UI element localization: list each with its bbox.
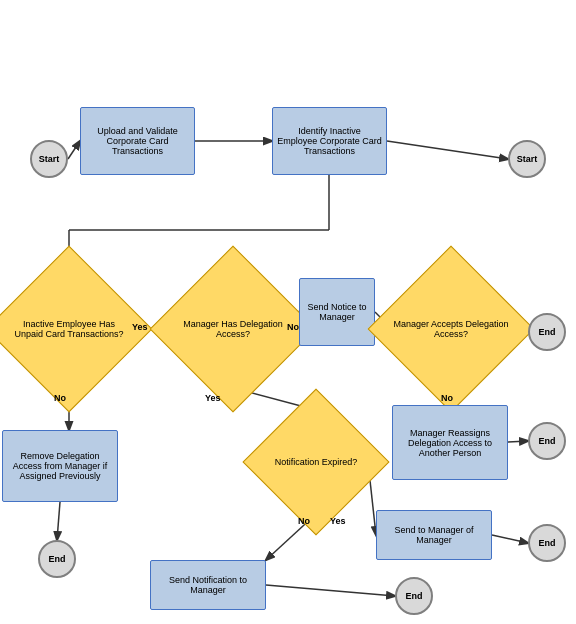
- label-yes1: Yes: [132, 322, 148, 332]
- upload-label: Upload and Validate Corporate Card Trans…: [85, 126, 190, 156]
- end5-label: End: [406, 591, 423, 601]
- notification-expired-label: Notification Expired?: [275, 457, 358, 467]
- send-manager-manager-node: Send to Manager of Manager: [376, 510, 492, 560]
- label-no1: No: [54, 393, 66, 403]
- upload-node: Upload and Validate Corporate Card Trans…: [80, 107, 195, 175]
- send-manager-manager-label: Send to Manager of Manager: [381, 525, 487, 545]
- send-notice-node: Send Notice to Manager: [299, 278, 375, 346]
- remove-label: Remove Delegation Access from Manager if…: [7, 451, 113, 481]
- delegation-label: Manager Has Delegation Access?: [175, 319, 291, 339]
- manager-accepts-label: Manager Accepts Delegation Access?: [393, 319, 509, 339]
- svg-line-12: [508, 441, 528, 442]
- svg-line-18: [57, 502, 60, 540]
- inactive-node: Inactive Employee Has Unpaid Card Transa…: [0, 246, 152, 413]
- end4-label: End: [539, 538, 556, 548]
- start1-node: Start: [30, 140, 68, 178]
- end2-label: End: [539, 436, 556, 446]
- label-no4: No: [298, 516, 310, 526]
- end2-node: End: [528, 422, 566, 460]
- end1-label: End: [539, 327, 556, 337]
- svg-line-0: [68, 141, 80, 159]
- end5-node: End: [395, 577, 433, 615]
- notification-expired-text: Notification Expired?: [265, 411, 367, 513]
- send-notification-label: Send Notification to Manager: [155, 575, 261, 595]
- manager-reassigns-label: Manager Reassigns Delegation Access to A…: [397, 428, 503, 458]
- delegation-text: Manager Has Delegation Access?: [175, 271, 291, 387]
- inactive-label: Inactive Employee Has Unpaid Card Transa…: [11, 319, 127, 339]
- label-no3: No: [441, 393, 453, 403]
- manager-accepts-node: Manager Accepts Delegation Access?: [368, 246, 535, 413]
- end4-node: End: [528, 524, 566, 562]
- start2-label: Start: [517, 154, 538, 164]
- label-yes3: Yes: [330, 516, 346, 526]
- label-yes2: Yes: [205, 393, 221, 403]
- identify-node: Identify Inactive Employee Corporate Car…: [272, 107, 387, 175]
- remove-node: Remove Delegation Access from Manager if…: [2, 430, 118, 502]
- identify-label: Identify Inactive Employee Corporate Car…: [277, 126, 382, 156]
- start1-label: Start: [39, 154, 60, 164]
- inactive-text: Inactive Employee Has Unpaid Card Transa…: [11, 271, 127, 387]
- start2-node: Start: [508, 140, 546, 178]
- manager-reassigns-node: Manager Reassigns Delegation Access to A…: [392, 405, 508, 480]
- notification-expired-node: Notification Expired?: [242, 388, 389, 535]
- end3-node: End: [38, 540, 76, 578]
- manager-accepts-text: Manager Accepts Delegation Access?: [393, 271, 509, 387]
- send-notification-node: Send Notification to Manager: [150, 560, 266, 610]
- svg-line-2: [387, 141, 508, 159]
- flowchart: Start Upload and Validate Corporate Card…: [0, 0, 576, 624]
- end1-node: End: [528, 313, 566, 351]
- end3-label: End: [49, 554, 66, 564]
- svg-line-15: [492, 535, 528, 543]
- label-no2: No: [287, 322, 299, 332]
- send-notice-label: Send Notice to Manager: [304, 302, 370, 322]
- svg-line-17: [266, 585, 395, 596]
